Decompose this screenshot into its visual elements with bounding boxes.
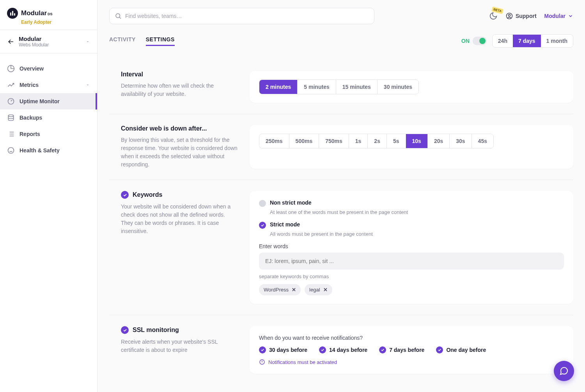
ssl-option[interactable]: 14 days before	[319, 346, 367, 353]
metrics-icon	[7, 81, 15, 89]
team-selector[interactable]: Modular Webs Modular	[0, 30, 97, 53]
segment-option[interactable]: 2 minutes	[259, 80, 298, 94]
strict-desc: All words must be present in the page co…	[270, 231, 564, 237]
user-name: Modular	[544, 13, 566, 19]
ssl-title: SSL monitoring	[133, 327, 179, 334]
period-option[interactable]: 1 month	[541, 35, 573, 47]
nonstrict-label: Non strict mode	[270, 200, 312, 206]
ssl-warning: Notifications must be activated	[259, 359, 564, 365]
segment-option[interactable]: 250ms	[259, 134, 289, 148]
sidebar-item-overview[interactable]: Overview	[0, 60, 97, 77]
sidebar-item-uptime-monitor[interactable]: Uptime Monitor	[0, 93, 97, 109]
team-subtitle: Webs Modular	[19, 42, 82, 48]
topbar: BETA Support Modular	[98, 0, 585, 32]
team-name: Modular	[19, 35, 82, 42]
segment-option[interactable]: 750ms	[319, 134, 349, 148]
chevron-down-icon	[568, 13, 573, 19]
tab-activity[interactable]: ACTIVITY	[109, 36, 136, 46]
status-toggle[interactable]: ON	[461, 37, 487, 45]
segment-option[interactable]: 30 minutes	[378, 80, 418, 94]
segment-option[interactable]: 30s	[450, 134, 472, 148]
ssl-option-label: 14 days before	[329, 347, 367, 353]
content: Interval Determine how often we will che…	[98, 56, 585, 392]
period-option[interactable]: 7 days	[513, 35, 541, 47]
keyword-chips: WordPress✕legal✕	[259, 284, 564, 295]
user-menu[interactable]: Modular	[544, 13, 573, 19]
dark-mode-toggle[interactable]: BETA	[489, 12, 498, 20]
subheader: ACTIVITY SETTINGS ON 24h7 days1 month	[98, 32, 585, 56]
sidebar-item-backups[interactable]: Backups	[0, 109, 97, 126]
logo-block: ModularDS Early Adopter	[0, 0, 97, 30]
chat-fab[interactable]	[554, 361, 574, 381]
early-adopter-label: Early Adopter	[21, 19, 90, 25]
sidebar-item-label: Health & Safety	[20, 147, 60, 154]
threshold-segmented: 250ms500ms750ms1s2s5s10s20s30s45s	[259, 134, 494, 148]
nav: Overview Metrics Uptime Monitor Backups …	[0, 53, 97, 166]
period-option[interactable]: 24h	[493, 35, 513, 47]
segment-option[interactable]: 5 minutes	[298, 80, 336, 94]
keyword-chip: legal✕	[305, 284, 332, 295]
nonstrict-desc: At least one of the words must be presen…	[270, 209, 564, 215]
search-input[interactable]	[109, 8, 374, 24]
svg-point-3	[116, 14, 120, 18]
ssl-option[interactable]: One day before	[436, 346, 486, 353]
search-icon	[115, 12, 122, 19]
chip-label: legal	[309, 287, 320, 293]
logo-icon	[7, 8, 18, 19]
sidebar-item-reports[interactable]: Reports	[0, 126, 97, 142]
ssl-option[interactable]: 30 days before	[259, 346, 307, 353]
moon-icon	[489, 12, 498, 20]
keywords-input[interactable]	[259, 253, 564, 270]
segment-option[interactable]: 500ms	[289, 134, 319, 148]
gauge-icon	[7, 97, 15, 105]
tabs: ACTIVITY SETTINGS	[109, 36, 175, 46]
smile-icon	[7, 147, 15, 154]
check-icon	[259, 346, 266, 353]
ssl-warning-text: Notifications must be activated	[268, 359, 337, 365]
segment-option[interactable]: 20s	[428, 134, 450, 148]
chip-remove-icon[interactable]: ✕	[292, 287, 296, 293]
chevron-down-icon[interactable]	[85, 39, 90, 44]
keywords-input-label: Enter words	[259, 243, 564, 249]
radio-nonstrict[interactable]	[259, 200, 266, 207]
radio-strict[interactable]	[259, 222, 266, 229]
logo-text: Modular	[21, 9, 47, 17]
check-icon	[436, 346, 443, 353]
chip-remove-icon[interactable]: ✕	[323, 287, 328, 293]
segment-option[interactable]: 1s	[349, 134, 368, 148]
pie-icon	[7, 65, 15, 72]
back-arrow-icon[interactable]	[7, 38, 15, 46]
segment-option[interactable]: 15 minutes	[336, 80, 378, 94]
segment-option[interactable]: 10s	[406, 134, 428, 148]
toggle-switch[interactable]	[473, 37, 487, 45]
threshold-desc: By lowering this value, set a threshold …	[121, 136, 238, 169]
ssl-option-label: One day before	[446, 347, 486, 353]
section-threshold: Consider web is down after... By lowerin…	[109, 114, 573, 180]
list-icon	[7, 130, 15, 138]
section-ssl: SSL monitoring Receive alerts when your …	[109, 315, 573, 385]
svg-point-2	[8, 148, 14, 154]
ssl-option[interactable]: 7 days before	[379, 346, 424, 353]
segment-option[interactable]: 45s	[472, 134, 493, 148]
check-icon	[319, 346, 326, 353]
sidebar: ModularDS Early Adopter Modular Webs Mod…	[0, 0, 98, 392]
keywords-desc: Your website will be considered down whe…	[121, 203, 238, 235]
warning-icon	[259, 359, 265, 365]
search-wrap	[109, 8, 374, 24]
sidebar-item-health-safety[interactable]: Health & Safety	[0, 142, 97, 159]
sidebar-item-label: Overview	[20, 65, 44, 72]
ssl-options: 30 days before14 days before7 days befor…	[259, 346, 564, 353]
segment-option[interactable]: 2s	[368, 134, 387, 148]
support-icon	[505, 12, 513, 20]
svg-point-5	[508, 14, 510, 16]
segment-option[interactable]: 5s	[387, 134, 406, 148]
tab-settings[interactable]: SETTINGS	[146, 36, 175, 46]
chip-label: WordPress	[264, 287, 289, 293]
ssl-option-label: 7 days before	[389, 347, 424, 353]
support-link[interactable]: Support	[505, 12, 537, 20]
status-label: ON	[461, 38, 470, 44]
sidebar-item-metrics[interactable]: Metrics	[0, 77, 97, 93]
database-icon	[7, 114, 15, 122]
chat-icon	[559, 366, 569, 376]
support-label: Support	[516, 13, 537, 19]
